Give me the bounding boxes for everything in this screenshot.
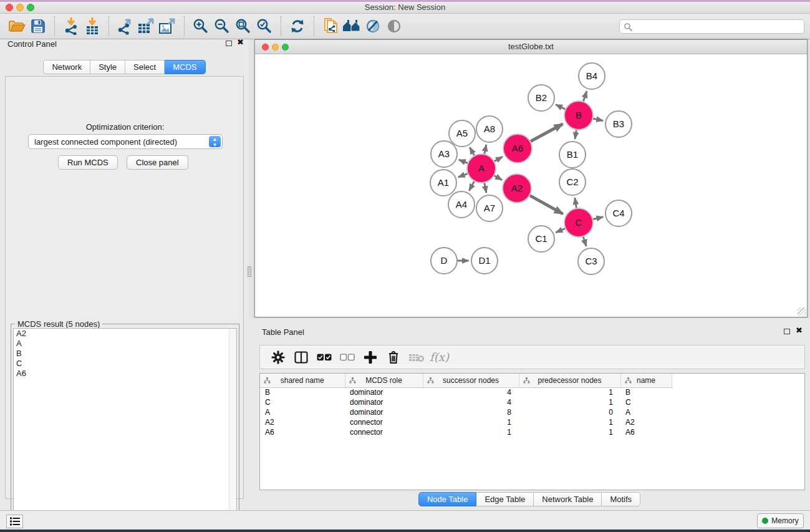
tab-style[interactable]: Style [90,60,125,74]
edge-A-A3[interactable] [459,160,468,163]
table-row[interactable]: A6connector11A6 [260,427,682,437]
node-A5[interactable]: A5 [449,120,475,147]
table-cell[interactable]: A6 [620,427,672,437]
edge-B-B2[interactable] [556,105,566,110]
tab-network[interactable]: Network [43,60,90,74]
network-canvas[interactable]: B4B2BB3A8A5A6A3B1AA1C2A2A4A7C4CC1C3DD1 [256,55,806,317]
zoom-selected-button[interactable] [254,16,275,37]
node-C3[interactable]: C3 [578,248,604,274]
mcds-result-list[interactable]: A2ABCA6 [13,328,237,532]
node-D1[interactable]: D1 [471,248,498,274]
zoom-window-button[interactable] [27,4,34,11]
task-history-button[interactable] [6,515,23,528]
edge-C-C2[interactable] [575,198,577,208]
table-cell[interactable]: 1 [519,397,620,407]
close-window-button[interactable] [6,4,13,11]
node-D[interactable]: D [431,248,457,274]
delete-button[interactable] [382,347,405,367]
zoom-out-button[interactable] [211,16,233,37]
edge-A-A4[interactable] [469,181,475,191]
import-table-button[interactable] [82,16,103,37]
import-network-button[interactable] [60,16,82,37]
search-input[interactable] [619,19,804,34]
table-cell[interactable]: A6 [260,427,345,437]
minimize-window-button[interactable] [16,4,24,11]
edge-C-C4[interactable] [592,217,603,220]
node-A[interactable]: A [467,154,496,183]
edge-B-B4[interactable] [583,91,587,102]
mcds-result-item[interactable]: B [14,349,236,359]
deselect-all-columns-button[interactable] [335,347,359,367]
node-A3[interactable]: A3 [431,141,457,167]
vertical-splitter-handle[interactable] [248,266,251,277]
refresh-button[interactable] [287,16,308,37]
export-network-button[interactable] [115,16,136,37]
home-button[interactable] [341,16,362,37]
table-cell[interactable]: dominator [345,407,423,417]
tab-motifs[interactable]: Motifs [602,492,640,506]
edge-B-B3[interactable] [592,118,603,121]
node-B[interactable]: B [564,101,593,130]
table-cell[interactable]: 0 [519,407,620,417]
float-table-panel-icon[interactable] [784,329,790,334]
edge-A2-C[interactable] [529,195,563,214]
edge-C-C1[interactable] [556,228,566,233]
node-C1[interactable]: C1 [528,226,554,252]
table-row[interactable]: Bdominator41B [260,387,682,397]
tab-mcds[interactable]: MCDS [165,60,205,74]
columns-button[interactable] [289,347,312,367]
table-cell[interactable]: A [260,407,345,417]
optimization-criterion-select[interactable]: largest connected component (directed) ▲… [28,134,223,149]
tab-edge-table[interactable]: Edge Table [476,492,534,506]
delete-table-button[interactable] [405,347,428,367]
column-header-successor-nodes[interactable]: successor nodes [423,374,519,387]
table-cell[interactable]: C [260,397,345,407]
edge-B-B1[interactable] [575,130,576,139]
edge-A-A1[interactable] [458,173,468,177]
node-A4[interactable]: A4 [448,191,475,218]
table-cell[interactable]: B [620,387,672,397]
table-cell[interactable]: 4 [423,397,519,407]
mcds-result-item[interactable]: A2 [14,329,236,339]
node-A2[interactable]: A2 [503,174,531,203]
table-cell[interactable]: A2 [620,417,672,427]
table-cell[interactable]: A2 [260,417,345,427]
close-table-panel-icon[interactable]: ✖ [796,327,803,334]
edge-A-A7[interactable] [485,183,486,193]
column-header-name[interactable]: name [620,374,672,387]
tab-select[interactable]: Select [125,60,165,74]
save-session-button[interactable] [27,16,49,37]
zoom-fit-button[interactable] [233,16,254,37]
table-cell[interactable]: 1 [519,387,620,397]
column-header-predecessor-nodes[interactable]: predecessor nodes [519,374,620,387]
table-row[interactable]: Cdominator41C [260,397,682,407]
close-panel-icon[interactable]: ✖ [237,39,244,46]
result-scrollbar[interactable] [229,329,236,532]
node-A7[interactable]: A7 [476,195,503,221]
zoom-in-button[interactable] [190,16,211,37]
float-panel-icon[interactable] [226,41,232,46]
table-row[interactable]: A2connector11A2 [260,417,682,427]
window-resize-grip[interactable] [798,307,806,316]
column-header-shared-name[interactable]: shared name [260,374,345,387]
minimize-view-button[interactable] [272,44,279,51]
gear-button[interactable] [266,347,289,367]
network-graph[interactable]: B4B2BB3A8A5A6A3B1AA1C2A2A4A7C4CC1C3DD1 [256,55,806,317]
table-cell[interactable]: 1 [519,427,620,437]
table-cell[interactable]: 8 [423,407,519,417]
memory-button[interactable]: Memory [757,513,804,528]
hide-details-button[interactable] [362,16,383,37]
table-cell[interactable]: A [620,407,672,417]
table-cell[interactable]: B [260,387,345,397]
node-B4[interactable]: B4 [579,63,605,89]
export-image-button[interactable] [157,16,178,37]
node-A8[interactable]: A8 [476,116,503,142]
run-mcds-button[interactable]: Run MCDS [58,155,118,170]
table-cell[interactable]: connector [345,417,423,427]
select-all-columns-button[interactable] [312,347,335,367]
node-B3[interactable]: B3 [605,111,632,137]
node-B2[interactable]: B2 [528,85,554,111]
zoom-view-button[interactable] [282,44,289,51]
edge-C-C3[interactable] [583,236,586,246]
mcds-result-item[interactable]: C [14,359,236,369]
